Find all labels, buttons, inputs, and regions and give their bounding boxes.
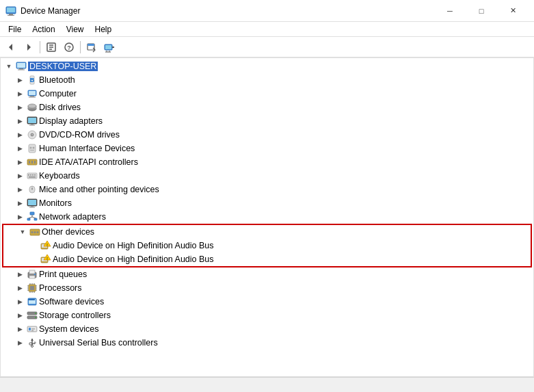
svg-point-41 bbox=[30, 147, 32, 149]
back-button[interactable] bbox=[3, 39, 19, 55]
ide-label: IDE ATA/ATAPI controllers bbox=[39, 157, 138, 167]
svg-rect-108 bbox=[31, 330, 34, 332]
display-label: Display adapters bbox=[39, 116, 103, 126]
svg-rect-58 bbox=[28, 200, 36, 205]
tree-item-monitors[interactable]: ▶ Monitors bbox=[1, 196, 533, 210]
processors-toggle[interactable]: ▶ bbox=[14, 283, 25, 293]
tree-item-bluetooth[interactable]: ▶ B Bluetooth bbox=[1, 73, 533, 87]
tree-item-system[interactable]: ▶ System devices bbox=[1, 322, 533, 336]
close-button[interactable]: ✕ bbox=[497, 0, 529, 22]
storage-icon bbox=[27, 310, 38, 321]
monitor-device-icon bbox=[27, 198, 38, 209]
hid-label: Human Interface Devices bbox=[39, 144, 135, 153]
svg-marker-4 bbox=[9, 44, 12, 51]
other-toggle[interactable]: ▼ bbox=[17, 226, 28, 237]
monitors-toggle[interactable]: ▶ bbox=[14, 198, 25, 209]
audio2-icon: ! bbox=[40, 254, 51, 265]
tree-item-processors[interactable]: ▶ Proces bbox=[1, 281, 533, 295]
keyboard-toggle[interactable]: ▶ bbox=[14, 170, 25, 181]
system-icon bbox=[27, 324, 38, 335]
tree-item-hid[interactable]: ▶ Human Interface Devices bbox=[1, 142, 533, 155]
svg-point-103 bbox=[35, 317, 36, 318]
svg-rect-35 bbox=[31, 124, 34, 125]
network-icon bbox=[27, 211, 38, 222]
svg-rect-47 bbox=[34, 161, 36, 164]
tree-item-storage[interactable]: ▶ Storage controllers bbox=[1, 309, 533, 322]
svg-rect-80 bbox=[29, 270, 35, 274]
svg-rect-53 bbox=[29, 177, 36, 178]
svg-rect-49 bbox=[28, 174, 29, 176]
tree-item-dvd[interactable]: ▶ DVD/CD-ROM drives bbox=[1, 128, 533, 142]
svg-rect-50 bbox=[30, 174, 31, 176]
forward-button[interactable] bbox=[21, 39, 37, 55]
svg-point-39 bbox=[31, 134, 33, 135]
tree-item-network[interactable]: ▶ Network adapters bbox=[1, 210, 533, 224]
tree-item-ide[interactable]: ▶ IDE ATA/ATAPI controllers bbox=[1, 155, 533, 169]
ide-icon bbox=[27, 157, 38, 168]
tree-item-display[interactable]: ▶ Display adapters bbox=[1, 114, 533, 128]
software-toggle[interactable]: ▶ bbox=[14, 296, 25, 307]
storage-toggle[interactable]: ▶ bbox=[14, 310, 25, 321]
other-devices-group: ▼ Other devices bbox=[2, 224, 532, 267]
menu-file[interactable]: File bbox=[3, 23, 27, 36]
svg-rect-106 bbox=[29, 328, 31, 330]
disk-toggle[interactable]: ▶ bbox=[14, 102, 25, 113]
tree-item-other[interactable]: ▼ Other devices bbox=[3, 225, 531, 239]
dvd-toggle[interactable]: ▶ bbox=[14, 129, 25, 140]
processors-icon bbox=[27, 283, 38, 293]
window-controls: ─ □ ✕ bbox=[434, 0, 529, 22]
root-toggle[interactable]: ▼ bbox=[3, 61, 14, 72]
svg-text:?: ? bbox=[67, 44, 71, 51]
tree-root[interactable]: ▼ DESKTOP-USER bbox=[1, 60, 533, 73]
tree-item-print[interactable]: ▶ Print queues bbox=[1, 267, 533, 281]
print-toggle[interactable]: ▶ bbox=[14, 269, 25, 280]
svg-point-32 bbox=[28, 104, 36, 108]
network-toggle[interactable]: ▶ bbox=[14, 211, 25, 222]
computer-toggle[interactable]: ▶ bbox=[14, 88, 25, 99]
svg-rect-34 bbox=[28, 118, 36, 123]
update-button[interactable] bbox=[83, 39, 100, 55]
window-title: Device Manager bbox=[21, 6, 434, 16]
tree-item-software[interactable]: ▶ Software devices bbox=[1, 295, 533, 309]
menu-view[interactable]: View bbox=[61, 23, 90, 36]
mouse-label: Mice and other pointing devices bbox=[39, 185, 159, 194]
tree-item-mouse[interactable]: ▶ Mice and other pointing devices bbox=[1, 183, 533, 196]
toolbar-separator-2 bbox=[80, 41, 81, 53]
help-button[interactable]: ? bbox=[61, 39, 77, 55]
svg-rect-113 bbox=[34, 342, 36, 343]
tree-item-usb[interactable]: ▶ Universal Serial Bus controllers bbox=[1, 336, 533, 350]
scan-button[interactable] bbox=[101, 39, 118, 55]
hid-toggle[interactable]: ▶ bbox=[14, 143, 25, 154]
tree-item-audio1[interactable]: ! Audio Device on High Definition Audio … bbox=[3, 239, 531, 252]
menu-help[interactable]: Help bbox=[90, 23, 118, 36]
software-icon bbox=[27, 296, 38, 307]
svg-rect-16 bbox=[112, 47, 114, 48]
audio2-label: Audio Device on High Definition Audio Bu… bbox=[53, 254, 214, 264]
status-bar bbox=[0, 377, 534, 392]
tree-item-disk[interactable]: ▶ Disk drives bbox=[1, 101, 533, 114]
svg-rect-36 bbox=[29, 125, 35, 126]
display-toggle[interactable]: ▶ bbox=[14, 116, 25, 127]
dvd-label: DVD/CD-ROM drives bbox=[39, 130, 120, 140]
svg-rect-2 bbox=[8, 15, 14, 16]
menu-action[interactable]: Action bbox=[27, 23, 60, 36]
tree-item-keyboard[interactable]: ▶ Keyboards bbox=[1, 169, 533, 183]
tree-item-audio2[interactable]: ! Audio Device on High Definition Audio … bbox=[3, 252, 531, 266]
keyboard-label: Keyboards bbox=[39, 171, 80, 181]
device-tree-container[interactable]: ▼ DESKTOP-USER ▶ B Bluetooth bbox=[0, 57, 534, 377]
svg-rect-81 bbox=[29, 276, 35, 278]
other-icon bbox=[29, 226, 40, 237]
usb-toggle[interactable]: ▶ bbox=[14, 337, 25, 348]
bluetooth-toggle[interactable]: ▶ bbox=[14, 75, 25, 86]
mouse-toggle[interactable]: ▶ bbox=[14, 184, 25, 195]
ide-toggle[interactable]: ▶ bbox=[14, 157, 25, 168]
computer-device-icon bbox=[27, 88, 38, 99]
svg-rect-48 bbox=[27, 173, 37, 179]
system-label: System devices bbox=[39, 324, 99, 334]
tree-item-computer[interactable]: ▶ Computer bbox=[1, 87, 533, 101]
software-label: Software devices bbox=[39, 297, 104, 306]
properties-button[interactable] bbox=[43, 39, 59, 55]
minimize-button[interactable]: ─ bbox=[434, 0, 466, 22]
maximize-button[interactable]: □ bbox=[466, 0, 497, 22]
system-toggle[interactable]: ▶ bbox=[14, 324, 25, 335]
